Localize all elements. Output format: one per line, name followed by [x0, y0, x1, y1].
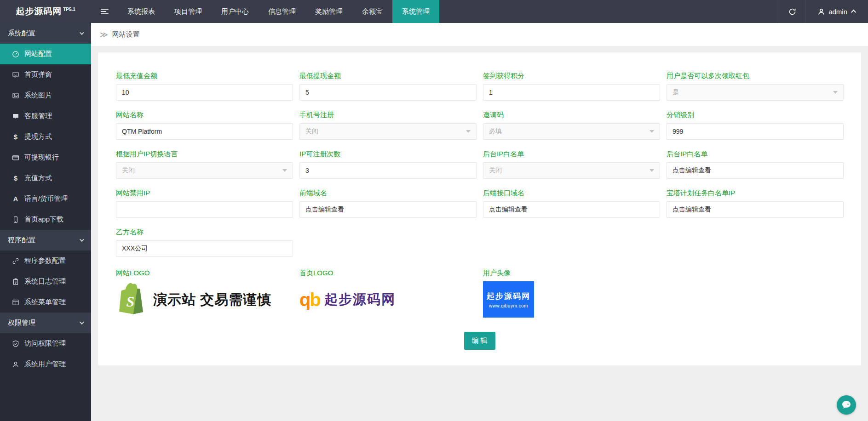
dollar-icon: $: [11, 174, 20, 182]
nav-item[interactable]: 系统管理: [392, 0, 439, 23]
sidebar-item-label: 系统菜单管理: [24, 298, 66, 307]
form-field: 宝塔计划任务白名单IP: [667, 189, 844, 218]
text-input[interactable]: [116, 123, 293, 140]
sidebar-item[interactable]: 系统日志管理: [0, 271, 91, 292]
form-field: 手机号注册关闭: [299, 111, 477, 140]
text-input[interactable]: [299, 201, 477, 218]
avatar-text: 起步源码网: [487, 291, 530, 302]
sidebar-group-header[interactable]: 系统配置: [0, 23, 91, 44]
text-input[interactable]: [116, 84, 293, 101]
sidebar-item[interactable]: 首页弹窗: [0, 64, 91, 85]
text-input[interactable]: [667, 123, 844, 140]
form-field: 用户是否可以多次领取红包是: [667, 72, 844, 101]
language-icon: A: [11, 195, 20, 203]
chevron-down-icon: [80, 320, 84, 324]
sidebar-item[interactable]: 网站配置: [0, 44, 91, 64]
log-icon: [11, 278, 20, 286]
field-label: 前端域名: [299, 189, 477, 198]
sidebar-item[interactable]: 可提现银行: [0, 147, 91, 168]
nav-item[interactable]: 系统报表: [118, 0, 165, 23]
sidebar-group-header[interactable]: 程序配置: [0, 230, 91, 250]
sidebar-item[interactable]: 程序参数配置: [0, 250, 91, 271]
text-input[interactable]: [667, 162, 844, 179]
select-value: 关闭: [122, 166, 135, 175]
brand-version: TP5.1: [63, 7, 75, 12]
site-logo-image[interactable]: S 演示站 交易需谨慎: [116, 281, 293, 318]
sidebar-item[interactable]: 系统图片: [0, 85, 91, 106]
user-menu[interactable]: admin: [805, 0, 868, 23]
select-value: 关闭: [305, 127, 318, 136]
sidebar-item-label: 网站配置: [24, 50, 52, 58]
nav-item[interactable]: 余额宝: [352, 0, 392, 23]
field-label: 后台IP白名单: [667, 150, 844, 159]
field-label: 用户头像: [483, 269, 660, 278]
text-input[interactable]: [483, 201, 660, 218]
form-field: 签到获得积分: [483, 72, 660, 101]
default-avatar-image[interactable]: 起步源码网 www.qibuym.com: [483, 281, 534, 318]
form-field: 后端接口域名: [483, 189, 660, 218]
group-label: 系统配置: [8, 29, 35, 38]
sidebar-item[interactable]: 客服管理: [0, 106, 91, 126]
field-label: IP可注册次数: [299, 150, 477, 159]
caret-down-icon: [650, 130, 654, 133]
theme-settings-fab[interactable]: [837, 395, 856, 415]
refresh-button[interactable]: [779, 0, 805, 23]
user-icon: [11, 360, 20, 369]
sidebar-item[interactable]: $提现方式: [0, 126, 91, 147]
edit-button[interactable]: 编 辑: [464, 332, 495, 350]
sidebar-item[interactable]: 系统菜单管理: [0, 292, 91, 313]
text-input[interactable]: [483, 84, 660, 101]
group-label: 程序配置: [8, 236, 35, 245]
caret-down-icon: [650, 169, 654, 172]
sidebar-item[interactable]: 访问权限管理: [0, 333, 91, 354]
nav-item[interactable]: 信息管理: [259, 0, 305, 23]
sidebar-item[interactable]: 首页app下载: [0, 209, 91, 230]
main-body: 最低充值金额最低提现金额签到获得积分用户是否可以多次领取红包是网站名称手机号注册…: [91, 46, 868, 421]
site-logo-field: 网站LOGO S 演示站 交易需谨慎: [116, 269, 293, 318]
select-field[interactable]: 必填: [483, 123, 660, 140]
avatar-field: 用户头像 起步源码网 www.qibuym.com: [483, 269, 660, 318]
text-input[interactable]: [116, 240, 293, 257]
select-field[interactable]: 关闭: [299, 123, 477, 140]
sidebar-item-label: 程序参数配置: [24, 256, 66, 265]
select-field[interactable]: 关闭: [116, 162, 293, 179]
user-icon: [817, 8, 825, 16]
text-input[interactable]: [299, 84, 477, 101]
text-input[interactable]: [667, 201, 844, 218]
chevron-down-icon: [80, 237, 84, 242]
nav-item[interactable]: 奖励管理: [305, 0, 352, 23]
nav-item[interactable]: 用户中心: [212, 0, 259, 23]
field-label: 乙方名称: [116, 228, 293, 237]
site-logo-text: 演示站 交易需谨慎: [153, 290, 271, 309]
select-field[interactable]: 关闭: [483, 162, 660, 179]
topbar-right: admin: [779, 0, 868, 23]
home-logo-image[interactable]: qb 起步源码网: [299, 281, 477, 318]
field-label: 最低充值金额: [116, 72, 293, 80]
home-logo-text: 起步源码网: [324, 290, 396, 309]
nav-item[interactable]: 项目管理: [165, 0, 212, 23]
text-input[interactable]: [116, 201, 293, 218]
form-field: 后台IP白名单关闭: [483, 150, 660, 179]
form-field: 最低充值金额: [116, 72, 293, 101]
caret-down-icon: [833, 91, 838, 94]
select-field[interactable]: 是: [667, 84, 844, 101]
logo-row: 网站LOGO S 演示站 交易需谨慎 首页LOGO: [116, 269, 843, 318]
collapse-menu-button[interactable]: [91, 0, 118, 23]
caret-down-icon: [282, 169, 287, 172]
sidebar-group-header[interactable]: 权限管理: [0, 313, 91, 333]
image-icon: [11, 91, 20, 100]
sidebar-item[interactable]: 系统用户管理: [0, 354, 91, 375]
select-value: 是: [673, 88, 679, 97]
sidebar-item[interactable]: A语言/货币管理: [0, 188, 91, 209]
sidebar-item-label: 充值方式: [24, 174, 52, 182]
brand-logo[interactable]: 起步源码网TP5.1: [0, 0, 91, 23]
text-input[interactable]: [299, 162, 477, 179]
sidebar: 系统配置网站配置首页弹窗系统图片客服管理$提现方式可提现银行$充值方式A语言/货…: [0, 23, 91, 421]
sidebar-item-label: 访问权限管理: [24, 339, 66, 348]
settings-card: 最低充值金额最低提现金额签到获得积分用户是否可以多次领取红包是网站名称手机号注册…: [98, 52, 861, 365]
caret-down-icon: [466, 130, 471, 133]
avatar-url-text: www.qibuym.com: [489, 303, 528, 308]
form-field: 后台IP白名单: [667, 150, 844, 179]
field-label: 根据用户IP切换语言: [116, 150, 293, 159]
sidebar-item[interactable]: $充值方式: [0, 168, 91, 188]
